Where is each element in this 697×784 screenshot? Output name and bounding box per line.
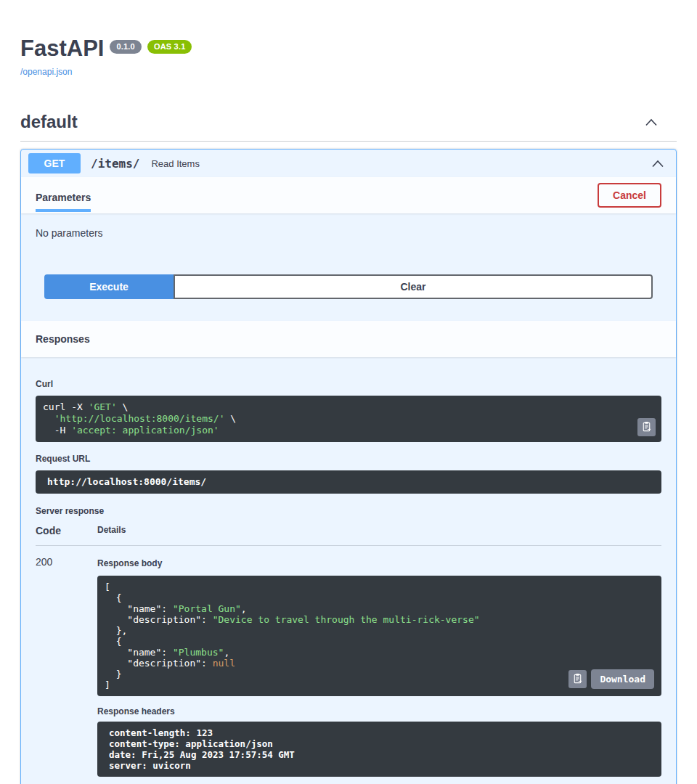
response-body-block: [ { "name": "Portal Gun", "description":…: [97, 576, 661, 696]
clear-button[interactable]: Clear: [174, 274, 653, 299]
tag-title: default: [20, 112, 78, 132]
oas-badge: OAS 3.1: [147, 40, 192, 54]
chevron-up-icon[interactable]: [651, 160, 664, 168]
openapi-spec-link[interactable]: /openapi.json: [20, 67, 72, 77]
http-method-badge: GET: [28, 153, 81, 173]
tag-section-header[interactable]: default: [20, 112, 677, 142]
live-response-table: Code Details 200 Response body [ { "name…: [36, 525, 661, 777]
curl-label: Curl: [36, 379, 661, 389]
request-url-value: http://localhost:8000/items/: [47, 476, 650, 488]
chevron-up-icon[interactable]: [645, 118, 658, 126]
responses-section-header: Responses: [21, 321, 676, 357]
status-code: 200: [36, 556, 97, 777]
response-body-label: Response body: [97, 558, 162, 568]
details-column-header: Details: [97, 525, 661, 536]
responses-content: Curl curl -X 'GET' \ 'http://localhost:8…: [21, 357, 676, 784]
cancel-button[interactable]: Cancel: [598, 183, 661, 208]
swagger-ui-page: FastAPI 0.1.0 OAS 3.1 /openapi.json defa…: [0, 0, 697, 784]
download-button[interactable]: Download: [591, 669, 654, 689]
api-title: FastAPI: [20, 36, 104, 61]
version-badge: 0.1.0: [110, 40, 141, 54]
request-url-label: Request URL: [36, 454, 661, 464]
clipboard-icon: [572, 673, 583, 686]
curl-command-block: curl -X 'GET' \ 'http://localhost:8000/i…: [36, 396, 661, 442]
parameters-section-header: Parameters Cancel: [21, 177, 676, 213]
copy-to-clipboard-button[interactable]: [637, 418, 656, 436]
response-headers-block: content-length: 123content-type: applica…: [97, 722, 661, 777]
response-headers-label: Response headers: [97, 706, 661, 716]
server-response-label: Server response: [36, 506, 661, 516]
execute-button[interactable]: Execute: [44, 274, 174, 299]
api-info: FastAPI 0.1.0 OAS 3.1 /openapi.json: [20, 0, 677, 78]
tab-parameters[interactable]: Parameters: [36, 179, 91, 212]
execute-wrapper: Execute Clear: [21, 239, 676, 321]
request-url-block: http://localhost:8000/items/: [36, 470, 661, 494]
copy-to-clipboard-button[interactable]: [568, 670, 587, 688]
clipboard-icon: [641, 421, 652, 434]
opblock-get-items: GET /items/ Read Items Parameters Cancel…: [20, 149, 677, 784]
operation-summary: Read Items: [151, 158, 651, 169]
code-column-header: Code: [36, 525, 97, 536]
operation-path: /items/: [91, 157, 139, 171]
no-parameters-message: No parameters: [21, 213, 676, 239]
responses-title: Responses: [36, 333, 90, 345]
opblock-header[interactable]: GET /items/ Read Items: [21, 150, 676, 177]
response-row-200: 200 Response body [ { "name": "Portal Gu…: [36, 546, 661, 777]
